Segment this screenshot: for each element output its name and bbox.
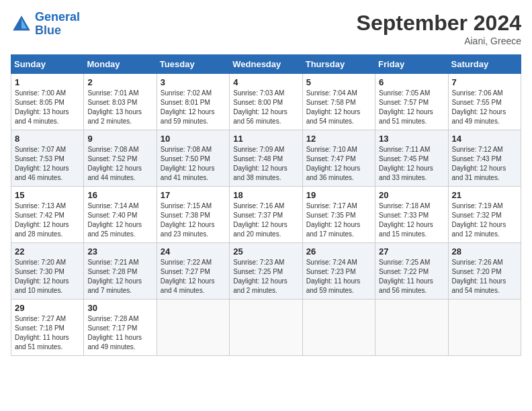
day-detail: Sunrise: 7:09 AMSunset: 7:48 PMDaylight:… — [233, 146, 287, 181]
day-detail: Sunrise: 7:02 AMSunset: 8:01 PMDaylight:… — [161, 89, 215, 125]
day-detail: Sunrise: 7:00 AMSunset: 8:05 PMDaylight:… — [15, 89, 69, 125]
calendar-table: Sunday Monday Tuesday Wednesday Thursday… — [11, 54, 521, 356]
day-detail: Sunrise: 7:18 AMSunset: 7:33 PMDaylight:… — [379, 202, 433, 238]
day-detail: Sunrise: 7:11 AMSunset: 7:45 PMDaylight:… — [379, 146, 433, 181]
calendar-day: 19 Sunrise: 7:17 AMSunset: 7:35 PMDaylig… — [302, 187, 375, 243]
empty-day — [375, 300, 448, 356]
day-detail: Sunrise: 7:23 AMSunset: 7:25 PMDaylight:… — [233, 259, 287, 294]
calendar-day: 13 Sunrise: 7:11 AMSunset: 7:45 PMDaylig… — [375, 130, 448, 187]
day-number: 23 — [87, 246, 152, 257]
calendar-body: 1 Sunrise: 7:00 AMSunset: 8:05 PMDayligh… — [11, 74, 521, 356]
calendar-week-row: 8 Sunrise: 7:07 AMSunset: 7:53 PMDayligh… — [11, 130, 521, 187]
calendar-header: Sunday Monday Tuesday Wednesday Thursday… — [11, 55, 521, 74]
day-detail: Sunrise: 7:17 AMSunset: 7:35 PMDaylight:… — [306, 202, 361, 238]
empty-day — [157, 300, 229, 356]
calendar-day: 2 Sunrise: 7:01 AMSunset: 8:03 PMDayligh… — [84, 74, 157, 130]
calendar-day: 18 Sunrise: 7:16 AMSunset: 7:37 PMDaylig… — [230, 187, 302, 243]
day-detail: Sunrise: 7:24 AMSunset: 7:23 PMDaylight:… — [306, 259, 361, 294]
calendar-day: 3 Sunrise: 7:02 AMSunset: 8:01 PMDayligh… — [157, 74, 229, 130]
day-number: 3 — [161, 77, 226, 87]
day-number: 12 — [306, 134, 371, 144]
day-detail: Sunrise: 7:08 AMSunset: 7:52 PMDaylight:… — [87, 146, 142, 181]
day-number: 28 — [452, 246, 517, 257]
day-number: 26 — [306, 246, 371, 257]
logo: General Blue — [11, 11, 80, 38]
weekday-row: Sunday Monday Tuesday Wednesday Thursday… — [11, 55, 521, 74]
calendar-day: 5 Sunrise: 7:04 AMSunset: 7:58 PMDayligh… — [302, 74, 375, 130]
calendar-day: 4 Sunrise: 7:03 AMSunset: 8:00 PMDayligh… — [230, 74, 302, 130]
calendar-day: 6 Sunrise: 7:05 AMSunset: 7:57 PMDayligh… — [375, 74, 448, 130]
day-number: 30 — [87, 303, 152, 313]
empty-day — [230, 300, 302, 356]
day-number: 14 — [452, 134, 517, 144]
day-detail: Sunrise: 7:15 AMSunset: 7:38 PMDaylight:… — [161, 202, 215, 238]
month-title: September 2024 — [357, 11, 521, 36]
day-number: 7 — [452, 77, 517, 87]
day-number: 19 — [306, 190, 371, 200]
day-detail: Sunrise: 7:16 AMSunset: 7:37 PMDaylight:… — [233, 202, 287, 238]
day-detail: Sunrise: 7:04 AMSunset: 7:58 PMDaylight:… — [306, 89, 361, 125]
day-detail: Sunrise: 7:27 AMSunset: 7:18 PMDaylight:… — [15, 315, 69, 351]
calendar-day: 24 Sunrise: 7:22 AMSunset: 7:27 PMDaylig… — [157, 243, 229, 300]
calendar-day: 7 Sunrise: 7:06 AMSunset: 7:55 PMDayligh… — [448, 74, 521, 130]
logo-text: General Blue — [35, 11, 80, 38]
calendar-day: 8 Sunrise: 7:07 AMSunset: 7:53 PMDayligh… — [11, 130, 84, 187]
col-friday: Friday — [375, 55, 448, 74]
logo-blue: Blue — [35, 24, 61, 37]
location: Aiani, Greece — [357, 36, 521, 46]
col-wednesday: Wednesday — [230, 55, 302, 74]
logo-icon — [11, 13, 32, 35]
calendar-day: 26 Sunrise: 7:24 AMSunset: 7:23 PMDaylig… — [302, 243, 375, 300]
col-sunday: Sunday — [11, 55, 84, 74]
calendar-day: 11 Sunrise: 7:09 AMSunset: 7:48 PMDaylig… — [230, 130, 302, 187]
calendar-week-row: 22 Sunrise: 7:20 AMSunset: 7:30 PMDaylig… — [11, 243, 521, 300]
col-saturday: Saturday — [448, 55, 521, 74]
day-detail: Sunrise: 7:19 AMSunset: 7:32 PMDaylight:… — [452, 202, 506, 238]
day-detail: Sunrise: 7:20 AMSunset: 7:30 PMDaylight:… — [15, 259, 69, 294]
day-detail: Sunrise: 7:08 AMSunset: 7:50 PMDaylight:… — [161, 146, 215, 181]
day-number: 9 — [87, 134, 152, 144]
calendar-day: 9 Sunrise: 7:08 AMSunset: 7:52 PMDayligh… — [84, 130, 157, 187]
day-number: 8 — [15, 134, 80, 144]
calendar-day: 20 Sunrise: 7:18 AMSunset: 7:33 PMDaylig… — [375, 187, 448, 243]
day-number: 1 — [15, 77, 80, 87]
calendar-day: 28 Sunrise: 7:26 AMSunset: 7:20 PMDaylig… — [448, 243, 521, 300]
page-header: General Blue September 2024 Aiani, Greec… — [11, 11, 521, 46]
day-detail: Sunrise: 7:05 AMSunset: 7:57 PMDaylight:… — [379, 89, 433, 125]
day-detail: Sunrise: 7:06 AMSunset: 7:55 PMDaylight:… — [452, 89, 506, 125]
day-detail: Sunrise: 7:03 AMSunset: 8:00 PMDaylight:… — [233, 89, 287, 125]
calendar-day: 15 Sunrise: 7:13 AMSunset: 7:42 PMDaylig… — [11, 187, 84, 243]
day-detail: Sunrise: 7:13 AMSunset: 7:42 PMDaylight:… — [15, 202, 69, 238]
day-detail: Sunrise: 7:21 AMSunset: 7:28 PMDaylight:… — [87, 259, 142, 294]
calendar-day: 25 Sunrise: 7:23 AMSunset: 7:25 PMDaylig… — [230, 243, 302, 300]
day-number: 4 — [233, 77, 298, 87]
day-number: 25 — [233, 246, 298, 257]
day-number: 22 — [15, 246, 80, 257]
calendar-day: 16 Sunrise: 7:14 AMSunset: 7:40 PMDaylig… — [84, 187, 157, 243]
calendar-day: 27 Sunrise: 7:25 AMSunset: 7:22 PMDaylig… — [375, 243, 448, 300]
title-block: September 2024 Aiani, Greece — [357, 11, 521, 46]
calendar-day: 29 Sunrise: 7:27 AMSunset: 7:18 PMDaylig… — [11, 300, 84, 356]
calendar-week-row: 15 Sunrise: 7:13 AMSunset: 7:42 PMDaylig… — [11, 187, 521, 243]
day-number: 27 — [379, 246, 444, 257]
day-number: 2 — [87, 77, 152, 87]
day-number: 13 — [379, 134, 444, 144]
day-detail: Sunrise: 7:01 AMSunset: 8:03 PMDaylight:… — [87, 89, 142, 125]
day-number: 20 — [379, 190, 444, 200]
day-detail: Sunrise: 7:25 AMSunset: 7:22 PMDaylight:… — [379, 259, 433, 294]
calendar-day: 17 Sunrise: 7:15 AMSunset: 7:38 PMDaylig… — [157, 187, 229, 243]
day-number: 16 — [87, 190, 152, 200]
calendar-day: 1 Sunrise: 7:00 AMSunset: 8:05 PMDayligh… — [11, 74, 84, 130]
day-detail: Sunrise: 7:26 AMSunset: 7:20 PMDaylight:… — [452, 259, 506, 294]
col-tuesday: Tuesday — [157, 55, 229, 74]
day-number: 29 — [15, 303, 80, 313]
calendar-day: 22 Sunrise: 7:20 AMSunset: 7:30 PMDaylig… — [11, 243, 84, 300]
day-number: 17 — [161, 190, 226, 200]
day-number: 24 — [161, 246, 226, 257]
calendar-day: 10 Sunrise: 7:08 AMSunset: 7:50 PMDaylig… — [157, 130, 229, 187]
day-detail: Sunrise: 7:22 AMSunset: 7:27 PMDaylight:… — [161, 259, 215, 294]
col-monday: Monday — [84, 55, 157, 74]
logo-general: General — [35, 10, 80, 24]
calendar-week-row: 29 Sunrise: 7:27 AMSunset: 7:18 PMDaylig… — [11, 300, 521, 356]
empty-day — [302, 300, 375, 356]
